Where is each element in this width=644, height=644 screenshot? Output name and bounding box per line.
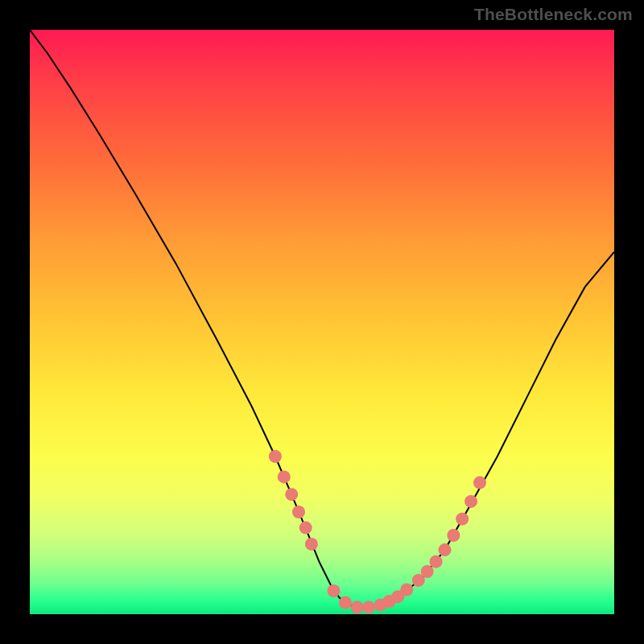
curve-line: [30, 30, 614, 607]
data-marker: [473, 477, 486, 489]
data-marker: [351, 601, 364, 613]
data-marker: [328, 584, 341, 597]
data-marker: [439, 543, 452, 556]
chart-container: TheBottleneck.com: [0, 0, 644, 644]
data-marker: [430, 555, 443, 568]
plot-area: [30, 30, 614, 614]
data-marker: [339, 597, 352, 609]
curve-markers: [269, 450, 486, 613]
data-marker: [285, 488, 298, 501]
data-marker: [269, 450, 282, 463]
chart-overlay: [30, 30, 614, 614]
data-marker: [447, 529, 460, 542]
data-marker: [292, 506, 305, 518]
data-marker: [299, 522, 312, 535]
data-marker: [278, 470, 291, 483]
data-marker: [305, 538, 318, 551]
watermark-text: TheBottleneck.com: [474, 5, 633, 24]
data-marker: [464, 495, 477, 508]
data-marker: [400, 584, 413, 597]
data-marker: [362, 601, 375, 613]
data-marker: [456, 513, 469, 526]
data-marker: [421, 565, 434, 578]
